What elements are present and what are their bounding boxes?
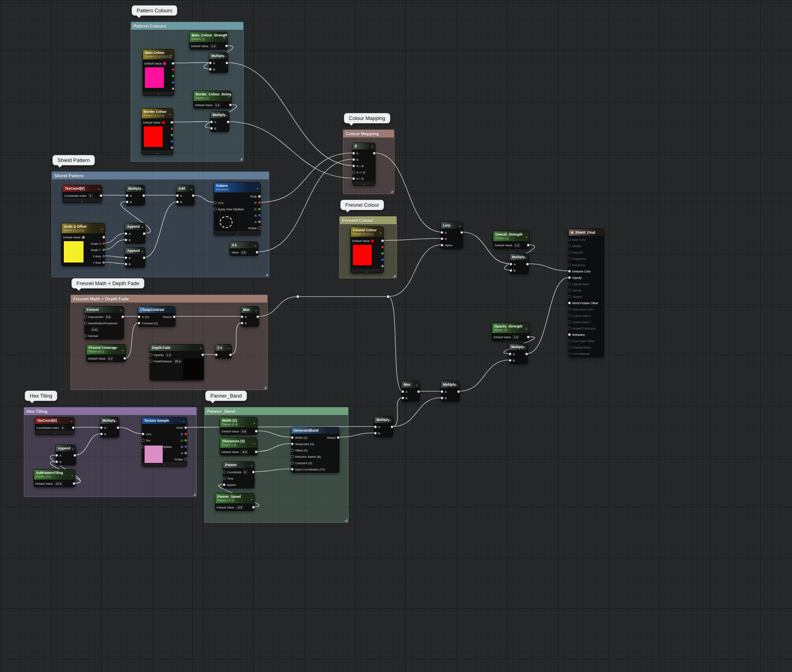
comment-bubble-label: Panner_Band: [210, 393, 242, 399]
comment-bubble-label: Shield Pattern: [57, 157, 90, 163]
material-graph-canvas[interactable]: Pattern ColoursShield PatternColour Mapp…: [0, 0, 792, 672]
comment-bubble-label: Fresnel Colour: [345, 202, 379, 208]
comment-bubble[interactable]: Hex Tiling: [25, 390, 57, 401]
comment-bubble-label: Pattern Colours: [137, 8, 172, 13]
comment-bubble-label: Colour Mapping: [349, 115, 385, 121]
comment-bubble-label: Fresnel Math + Depth Fade: [76, 280, 139, 286]
comment-bubble[interactable]: Shield Pattern: [52, 155, 95, 166]
comment-bubble[interactable]: Fresnel Math + Depth Fade: [71, 278, 145, 289]
comment-bubble-label: Hex Tiling: [30, 393, 52, 399]
comment-bubble[interactable]: Pattern Colours: [131, 5, 177, 16]
comment-bubble[interactable]: Colour Mapping: [344, 113, 390, 124]
comment-bubbles-layer: Pattern ColoursShield PatternColour Mapp…: [0, 0, 792, 672]
comment-bubble[interactable]: Fresnel Colour: [340, 200, 384, 210]
comment-bubble[interactable]: Panner_Band: [205, 390, 247, 401]
